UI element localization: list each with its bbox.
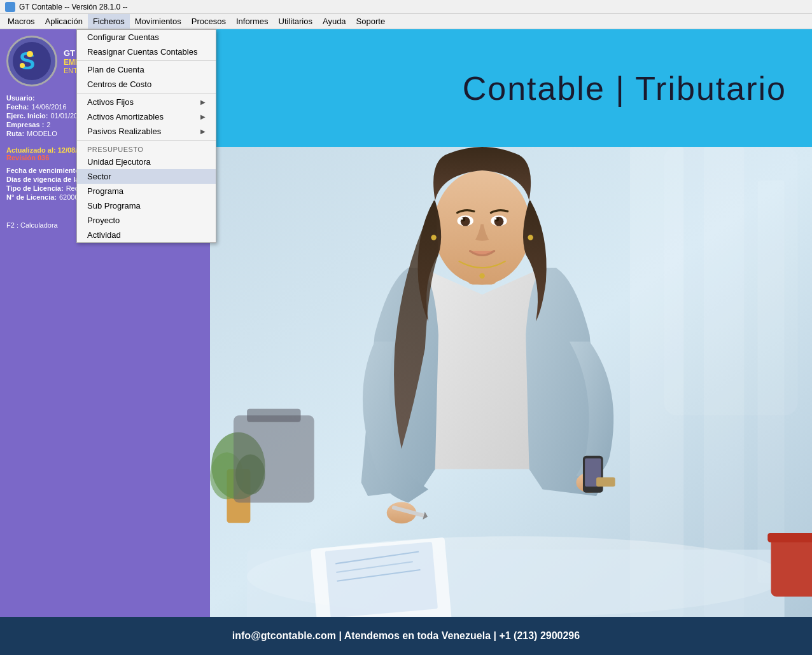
title-bar-text: GT Contable -- Versión 28.1.0 -- (19, 3, 128, 11)
footer-text: info@gtcontable.com | Atendemos en toda … (232, 630, 580, 642)
svg-point-2 (20, 63, 25, 68)
empresas-value: 2 (46, 121, 50, 128)
tipo-licencia-label: Tipo de Licencia: (6, 184, 64, 192)
activos-fijos-label: Activos Fijos (87, 97, 134, 107)
shortcut-f2: F2 : Calculadora (6, 221, 58, 229)
svg-rect-10 (325, 542, 438, 617)
pasivos-realizables-label: Pasivos Realizables (87, 127, 161, 136)
menu-ayuda[interactable]: Ayuda (318, 14, 351, 29)
empresas-label: Empresas : (6, 121, 44, 128)
menu-unidad-ejecutora[interactable]: Unidad Ejecutora (77, 155, 216, 169)
logo-svg: S (16, 45, 48, 77)
title-bar: GT Contable -- Versión 28.1.0 -- (0, 0, 812, 14)
footer: info@gtcontable.com | Atendemos en toda … (0, 617, 812, 655)
submenu-arrow-pasivos-realizables: ▶ (200, 128, 206, 135)
svg-rect-42 (664, 147, 798, 415)
menu-bar: Macros Aplicación Ficheros Movimientos P… (0, 14, 812, 29)
menu-plan-cuenta[interactable]: Plan de Cuenta (77, 62, 216, 77)
fecha-label: Fecha: (6, 103, 29, 111)
menu-pasivos-realizables[interactable]: Pasivos Realizables ▶ (77, 124, 216, 139)
menu-movimientos[interactable]: Movimientos (130, 14, 186, 29)
svg-rect-40 (234, 415, 314, 502)
menu-soporte[interactable]: Soporte (351, 14, 391, 29)
app-icon (5, 2, 15, 12)
fecha-value: 14/06/2016 (31, 103, 66, 111)
hero-illustration (210, 147, 812, 617)
svg-rect-14 (771, 536, 812, 596)
menu-reasignar-cuentas[interactable]: Reasignar Cuentas Contables (77, 45, 216, 59)
svg-rect-15 (767, 533, 812, 542)
svg-text:S: S (19, 48, 35, 74)
hero-title: Contable | Tributario (463, 69, 787, 107)
separator-2 (77, 93, 216, 93)
menu-ficheros[interactable]: Ficheros (88, 14, 130, 29)
menu-utilitarios[interactable]: Utilitarios (274, 14, 318, 29)
svg-point-34 (479, 273, 484, 278)
svg-rect-35 (596, 477, 615, 486)
menu-activos-fijos[interactable]: Activos Fijos ▶ (77, 95, 216, 109)
logo-inner: S (13, 42, 51, 80)
menu-activos-amortizables[interactable]: Activos Amortizables ▶ (77, 109, 216, 124)
menu-informes[interactable]: Informes (231, 14, 274, 29)
hero-image (210, 147, 812, 617)
ejerc-inicio-label: Ejerc. Inicio: (6, 112, 48, 120)
menu-proyecto[interactable]: Proyecto (77, 213, 216, 228)
separator-1 (77, 60, 216, 61)
usuario-label: Usuario: (6, 94, 35, 102)
submenu-arrow-activos-amortizables: ▶ (200, 113, 206, 120)
svg-point-1 (27, 51, 33, 57)
menu-actividad[interactable]: Actividad (77, 228, 216, 242)
svg-point-32 (431, 235, 436, 240)
svg-point-31 (494, 217, 496, 219)
ficheros-dropdown: Configurar Cuentas Reasignar Cuentas Con… (76, 29, 216, 243)
svg-point-33 (528, 235, 533, 240)
menu-configurar-cuentas[interactable]: Configurar Cuentas (77, 30, 216, 45)
menu-sub-programa[interactable]: Sub Programa (77, 198, 216, 213)
nro-licencia-label: N° de Licencia: (6, 193, 57, 201)
presupuesto-header: PRESUPUESTO (77, 142, 216, 155)
menu-sector[interactable]: Sector (77, 169, 216, 184)
svg-rect-41 (247, 409, 300, 422)
ruta-value: MODELO (27, 130, 57, 137)
menu-procesos[interactable]: Procesos (186, 14, 231, 29)
menu-centros-costo[interactable]: Centros de Costo (77, 77, 216, 92)
separator-3 (77, 140, 216, 141)
svg-point-27 (461, 217, 463, 219)
hero-area: Contable | Tributario (210, 29, 812, 617)
logo-circle: S (6, 36, 57, 86)
hero-header: Contable | Tributario (210, 29, 812, 147)
menu-programa[interactable]: Programa (77, 184, 216, 198)
activos-amortizables-label: Activos Amortizables (87, 112, 164, 121)
menu-aplicacion[interactable]: Aplicación (40, 14, 88, 29)
submenu-arrow-activos-fijos: ▶ (200, 99, 206, 106)
ruta-label: Ruta: (6, 130, 24, 137)
menu-macros[interactable]: Macros (3, 14, 40, 29)
